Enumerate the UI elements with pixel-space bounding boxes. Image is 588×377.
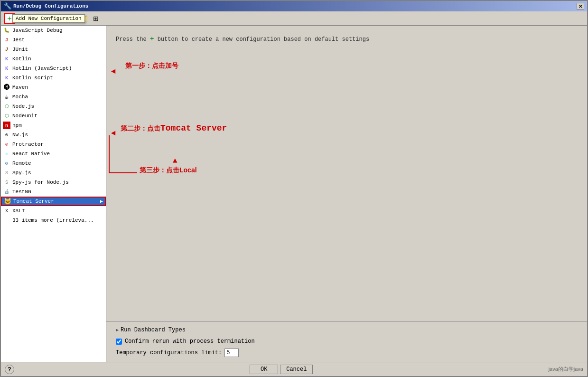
spy-js-icon: S [3,169,10,177]
more-label: 33 items more (irreleva... [12,217,104,223]
maven-label: Maven [12,85,104,90]
step2-annotation: 第二步：点击Tomcat Server [121,123,227,133]
testng-icon: 🔬 [3,188,10,196]
temp-config-limit-row: Temporary configurations limit: [116,349,578,357]
temp-config-label: Temporary configurations limit: [116,349,222,356]
run-dashboard-label: Run Dashboard Types [121,327,186,333]
press-plus-description: Press the + button to create a new confi… [116,35,578,43]
list-item-mocha[interactable]: ☕ Mocha [1,92,106,102]
spy-js-label: Spy-js [12,170,104,176]
junit-label: JUnit [12,47,104,52]
javascript-debug-label: JavaScript Debug [12,28,104,33]
mocha-label: Mocha [12,94,104,100]
bottom-bar: ? OK Cancel java的白学java [1,362,587,376]
confirm-rerun-label: Confirm rerun with process termination [125,338,255,345]
react-native-label: React Native [12,151,104,157]
mocha-icon: ☕ [3,93,10,101]
ok-button[interactable]: OK [250,365,278,374]
action-buttons: OK Cancel [250,365,313,374]
step3-arrow: ▲ [173,157,177,165]
maven-icon: 🅜 [3,84,10,91]
remote-icon: ⚙ [3,160,10,167]
remote-label: Remote [12,160,104,166]
step3-annotation: 第三步：点击Local [140,166,197,175]
title-bar-controls: ✕ [577,3,584,9]
list-item-xslt[interactable]: X XSLT [1,206,106,216]
close-button[interactable]: ✕ [577,3,584,9]
react-native-icon: ⚛ [3,150,10,158]
right-content: Press the + button to create a new confi… [106,26,587,321]
confirm-rerun-row: Confirm rerun with process termination [116,338,578,345]
run-dashboard-toggle[interactable]: ▶ Run Dashboard Types [116,327,578,333]
step2-line [109,135,137,173]
title-bar: 🔧 Run/Debug Configurations ✕ [1,1,587,11]
list-item-kotlin-script[interactable]: K Kotlin script [1,73,106,83]
xslt-icon: X [3,207,10,215]
nodeunit-icon: ⬡ [3,112,10,120]
nodeunit-label: Nodeunit [12,113,104,119]
list-item-jest[interactable]: J Jest [1,35,106,45]
npm-label: npm [12,123,104,128]
list-item-spy-js[interactable]: S Spy-js [1,168,106,178]
protractor-label: Protractor [12,141,104,147]
list-item-nwjs[interactable]: ⊙ NW.js [1,130,106,140]
list-item-kotlin[interactable]: K Kotlin [1,54,106,64]
list-item-nodejs[interactable]: ⬡ Node.js [1,102,106,111]
nwjs-icon: ⊙ [3,131,10,139]
list-item-nodeunit[interactable]: ⬡ Nodeunit [1,111,106,121]
kotlin-js-label: Kotlin (JavaScript) [12,66,104,71]
plus-symbol: + [150,35,154,43]
temp-config-input[interactable] [224,349,239,357]
list-item-more[interactable]: 33 items more (irreleva... [1,216,106,225]
help-button[interactable]: ? [5,365,14,374]
kotlin-script-label: Kotlin script [12,75,104,81]
spy-js-node-label: Spy-js for Node.js [12,179,104,185]
submenu-arrow-icon: ▶ [100,198,103,204]
jest-icon: J [3,36,10,44]
window-title: Run/Debug Configurations [13,3,88,9]
jest-label: Jest [12,37,104,43]
cancel-button[interactable]: Cancel [280,365,313,374]
right-panel: Press the + button to create a new confi… [106,26,587,362]
kotlin-label: Kotlin [12,56,104,62]
spy-js-node-icon: S [3,179,10,186]
list-item-remote[interactable]: ⚙ Remote [1,159,106,168]
main-content: 🐛 JavaScript Debug J Jest J JUnit K Kotl… [1,26,587,362]
nodejs-icon: ⬡ [3,103,10,110]
toolbar: + − ⧉ ✦ ↑ ↓ 📁 ⊞ Add New Configuration [1,11,587,26]
npm-icon: n [3,122,10,129]
kotlin-icon: K [3,55,10,63]
triangle-right-icon: ▶ [116,327,119,333]
nwjs-label: NW.js [12,132,104,138]
list-item-tomcat-server[interactable]: 🐱 Tomcat Server ▶ [1,197,106,206]
list-item-kotlin-js[interactable]: K Kotlin (JavaScript) [1,64,106,73]
tomcat-server-label: Tomcat Server [13,198,98,204]
window-icon: 🔧 [4,2,11,10]
step1-arrow: ◄ [111,67,116,76]
list-item-javascript-debug[interactable]: 🐛 JavaScript Debug [1,26,106,35]
junit-icon: J [3,46,10,53]
list-item-maven[interactable]: 🅜 Maven [1,83,106,92]
tomcat-server-icon: 🐱 [4,198,11,205]
list-item-testng[interactable]: 🔬 TestNG [1,187,106,197]
testng-label: TestNG [12,189,104,195]
left-panel: 🐛 JavaScript Debug J Jest J JUnit K Kotl… [1,26,106,362]
list-item-spy-js-node[interactable]: S Spy-js for Node.js [1,178,106,187]
nodejs-label: Node.js [12,104,104,109]
kotlin-js-icon: K [3,65,10,72]
list-item-npm[interactable]: n npm [1,121,106,130]
title-bar-left: 🔧 Run/Debug Configurations [4,2,88,10]
config-list[interactable]: 🐛 JavaScript Debug J Jest J JUnit K Kotl… [1,26,106,362]
sort-button[interactable]: ⊞ [90,13,102,24]
javascript-debug-icon: 🐛 [3,27,10,34]
list-item-junit[interactable]: J JUnit [1,45,106,54]
list-item-protractor[interactable]: ⊙ Protractor [1,140,106,149]
step1-annotation: 第一步：点击加号 [125,62,178,70]
add-new-tooltip: Add New Configuration [12,14,85,23]
confirm-rerun-checkbox[interactable] [116,339,122,345]
watermark: java的白学java [549,366,583,373]
bottom-section: ▶ Run Dashboard Types Confirm rerun with… [106,321,587,362]
list-item-react-native[interactable]: ⚛ React Native [1,149,106,159]
protractor-icon: ⊙ [3,141,10,148]
more-icon [3,217,10,224]
